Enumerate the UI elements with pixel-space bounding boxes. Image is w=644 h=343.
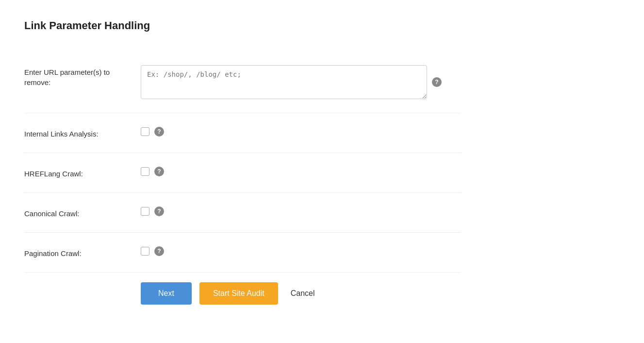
internal-links-help-icon[interactable]: ? — [154, 127, 164, 137]
internal-links-checkbox-wrapper — [141, 127, 149, 136]
url-params-input[interactable] — [141, 65, 427, 99]
pagination-help-icon[interactable]: ? — [154, 246, 164, 256]
internal-links-label: Internal Links Analysis: — [24, 127, 131, 139]
pagination-label: Pagination Crawl: — [24, 246, 131, 258]
pagination-row: Pagination Crawl: ? — [24, 233, 461, 272]
cancel-button[interactable]: Cancel — [286, 282, 320, 305]
url-params-label: Enter URL parameter(s) to remove: — [24, 65, 131, 87]
buttons-row: Next Start Site Audit Cancel — [24, 273, 461, 305]
internal-links-checkbox[interactable] — [141, 127, 149, 136]
canonical-checkbox-wrapper — [141, 207, 149, 216]
hreflang-row: HREFLang Crawl: ? — [24, 153, 461, 192]
hreflang-label: HREFLang Crawl: — [24, 167, 131, 179]
hreflang-checkbox-wrapper — [141, 167, 149, 176]
pagination-checkbox-wrapper — [141, 247, 149, 256]
hreflang-checkbox[interactable] — [141, 167, 149, 176]
canonical-label: Canonical Crawl: — [24, 206, 131, 219]
divider-5 — [24, 272, 461, 273]
canonical-control: ? — [141, 206, 461, 216]
canonical-row: Canonical Crawl: ? — [24, 193, 461, 232]
next-button[interactable]: Next — [141, 282, 192, 305]
internal-links-control: ? — [141, 127, 461, 137]
hreflang-control: ? — [141, 167, 461, 176]
url-params-row: Enter URL parameter(s) to remove: ? — [24, 51, 461, 113]
form-section: Enter URL parameter(s) to remove: ? Inte… — [24, 51, 461, 273]
pagination-control: ? — [141, 246, 461, 256]
page-container: Link Parameter Handling Enter URL parame… — [0, 0, 485, 324]
internal-links-row: Internal Links Analysis: ? — [24, 113, 461, 153]
hreflang-help-icon[interactable]: ? — [154, 167, 164, 176]
url-params-control: ? — [141, 65, 461, 99]
canonical-checkbox[interactable] — [141, 207, 149, 216]
pagination-checkbox[interactable] — [141, 247, 149, 256]
canonical-help-icon[interactable]: ? — [154, 206, 164, 216]
url-params-help-icon[interactable]: ? — [432, 77, 442, 87]
start-audit-button[interactable]: Start Site Audit — [199, 282, 278, 305]
page-title: Link Parameter Handling — [24, 19, 461, 32]
